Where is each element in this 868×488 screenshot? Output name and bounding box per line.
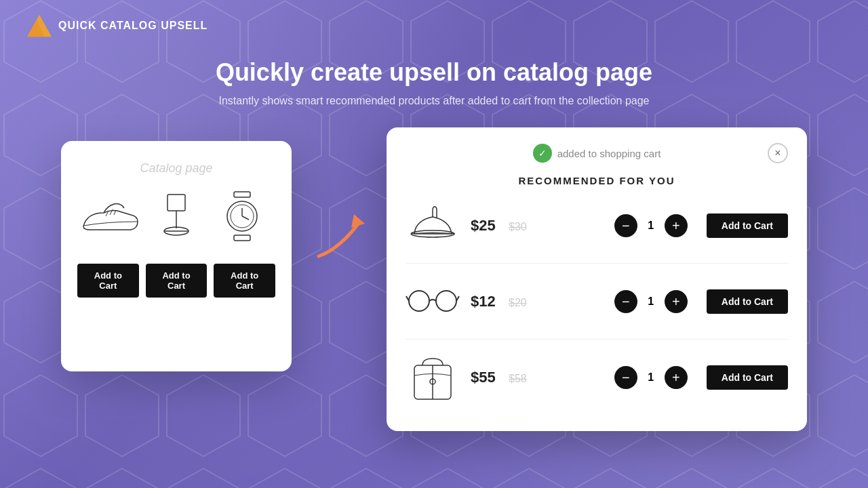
catalog-product-shoe [80,189,141,243]
qty-decrease-2[interactable]: − [614,290,637,313]
hero-heading: Quickly create upsell on catalog page [27,58,841,87]
price-original-1: $30 [509,221,527,233]
upsell-product-row-2: $12 $20 − 1 + Add to Cart [406,276,788,327]
catalog-add-cart-3[interactable]: Add to Cart [214,264,275,298]
svg-point-15 [436,291,456,311]
catalog-product-watch [212,189,273,243]
catalog-label: Catalog page [77,161,275,176]
qty-decrease-3[interactable]: − [614,366,637,389]
price-original-2: $20 [509,297,527,309]
price-current-3: $55 [471,369,505,386]
added-badge: ✓ added to shopping cart [533,144,661,163]
price-current-1: $25 [471,217,505,235]
catalog-card: Catalog page [61,141,292,371]
price-area-2: $12 $20 [471,293,552,310]
price-original-3: $58 [509,373,527,385]
brand-logo-icon [27,14,52,38]
upsell-product-row-3: $55 $58 − 1 + Add to Cart [406,352,788,403]
modal-header: ✓ added to shopping cart × [406,144,788,163]
price-current-2: $12 [471,293,505,310]
qty-increase-3[interactable]: + [665,366,688,389]
svg-rect-6 [234,192,250,197]
svg-point-14 [409,291,429,311]
upsell-add-cart-1[interactable]: Add to Cart [707,214,788,238]
close-button[interactable]: × [768,143,788,163]
upsell-modal: ✓ added to shopping cart × RECOMMENDED F… [387,127,807,431]
qty-value-1: 1 [644,220,658,232]
header: QUICK CATALOG UPSELL [0,0,868,52]
hero-section: Quickly create upsell on catalog page In… [0,52,868,127]
added-text: added to shopping cart [557,148,661,159]
divider-1 [406,263,788,264]
qty-control-1: − 1 + [614,214,688,237]
qty-increase-1[interactable]: + [665,214,688,237]
upsell-add-cart-3[interactable]: Add to Cart [707,365,788,390]
catalog-products [77,189,275,243]
check-icon: ✓ [533,144,552,163]
catalog-add-cart-2[interactable]: Add to Cart [146,264,208,298]
hero-subtext: Instantly shows smart recommended produc… [27,95,841,107]
upsell-product-bag-thumb [406,352,460,403]
svg-rect-7 [234,235,250,241]
recommended-title: RECOMMENDED FOR YOU [406,175,788,186]
arrow-indicator [312,209,366,266]
qty-value-3: 1 [644,371,658,384]
divider-2 [406,339,788,340]
svg-rect-2 [167,195,185,211]
content-area: Catalog page [0,127,868,431]
price-area-1: $25 $30 [471,217,552,235]
upsell-product-hat-thumb [406,200,460,251]
qty-decrease-1[interactable]: − [614,214,637,237]
upsell-add-cart-2[interactable]: Add to Cart [707,289,788,314]
price-area-3: $55 $58 [471,369,552,386]
qty-increase-2[interactable]: + [665,290,688,313]
catalog-add-cart-1[interactable]: Add to Cart [77,264,139,298]
upsell-product-glasses-thumb [406,276,460,327]
svg-line-11 [242,216,249,220]
qty-control-3: − 1 + [614,366,688,389]
catalog-product-lamp [146,189,207,243]
qty-value-2: 1 [644,296,658,308]
svg-marker-12 [351,214,365,228]
brand-name: QUICK CATALOG UPSELL [58,20,208,32]
catalog-buttons: Add to Cart Add to Cart Add to Cart [77,264,275,298]
qty-control-2: − 1 + [614,290,688,313]
upsell-product-row-1: $25 $30 − 1 + Add to Cart [406,200,788,251]
